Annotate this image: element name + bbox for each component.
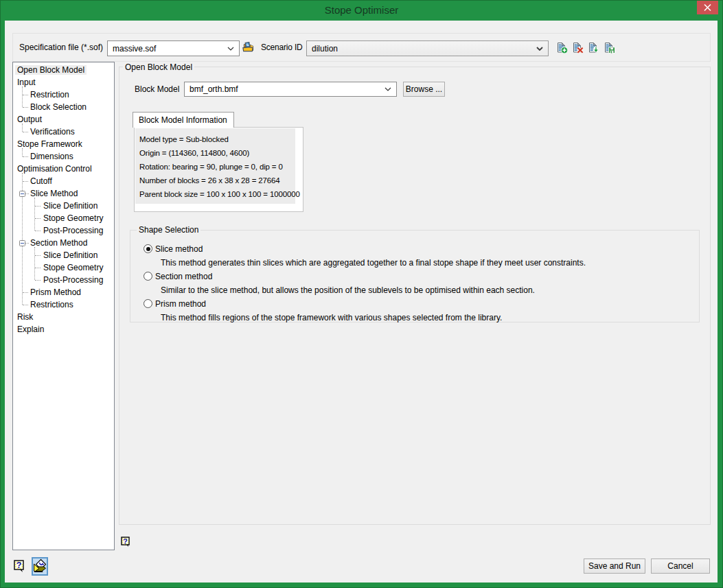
svg-text:?: ?	[123, 537, 127, 545]
svg-text:?: ?	[16, 561, 22, 570]
